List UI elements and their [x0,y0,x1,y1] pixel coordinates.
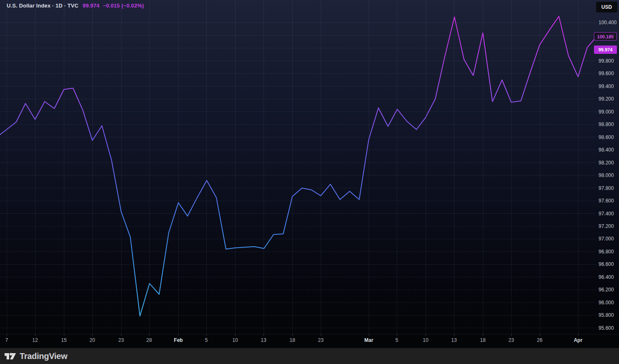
tradingview-17-icon [4,351,17,361]
tradingview-logo[interactable]: TradingView [4,351,67,361]
footer-bar: TradingView [0,348,619,364]
time-axis[interactable] [0,334,596,348]
price-marker-current-price: 99.974 [594,46,617,54]
last-price-value: 99.974 [83,3,99,9]
price-marker-last-value: 100.185 [594,32,617,40]
symbol-title[interactable]: U.S. Dollar Index · 1D · TVC [7,3,79,9]
chart-svg: 100.400100.200100.00099.80099.60099.4009… [0,0,619,348]
tradingview-chart-app: 100.400100.200100.00099.80099.60099.4009… [0,0,619,364]
price-change-value: −0.015 (−0.02%) [103,3,144,9]
chart-canvas[interactable]: 100.400100.200100.00099.80099.60099.4009… [0,0,619,348]
tradingview-logo-text: TradingView [20,351,67,361]
currency-toggle-button[interactable]: USD [596,2,617,13]
chart-background [0,0,619,348]
symbol-legend[interactable]: U.S. Dollar Index · 1D · TVC99.974−0.015… [7,3,147,9]
